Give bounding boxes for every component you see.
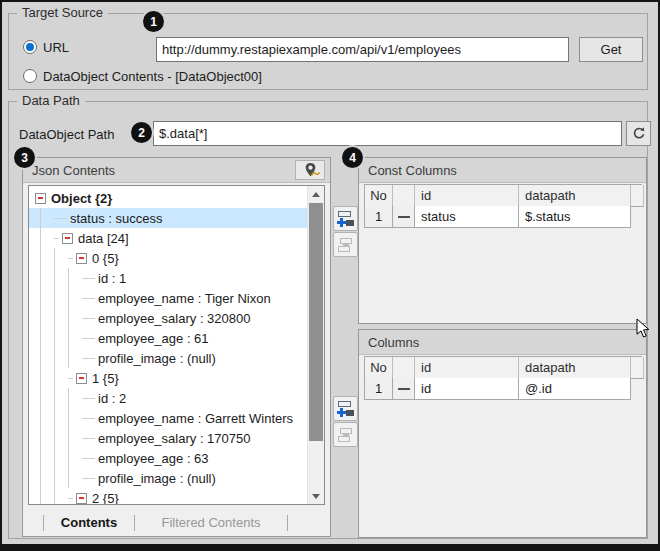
tree-scrollbar[interactable] bbox=[307, 186, 324, 504]
column-header-id: id bbox=[415, 185, 519, 207]
step-4-badge: 4 bbox=[342, 147, 363, 168]
add-const-column-button[interactable] bbox=[333, 206, 358, 231]
column-header-id: id bbox=[415, 357, 519, 379]
scrollbar-thumb[interactable] bbox=[309, 203, 323, 441]
columns-panel: Columns No id datapath 1 id @.id bbox=[358, 329, 647, 538]
row-grip-cell[interactable] bbox=[393, 378, 415, 400]
dataobject-contents-radio-label: DataObject Contents - [DataObject00] bbox=[43, 69, 262, 84]
column-header-datapath: datapath bbox=[519, 357, 631, 379]
tree-node-leaf[interactable]: employee_name : Tiger Nixon bbox=[29, 288, 307, 308]
scroll-up-icon[interactable] bbox=[308, 186, 324, 202]
tree-node-item1[interactable]: 1 {5} bbox=[29, 368, 307, 388]
copy-row-icon bbox=[337, 427, 354, 443]
tree-node-leaf[interactable]: employee_age : 61 bbox=[29, 328, 307, 348]
json-tree: Object {2} status : success data [24] 0 … bbox=[28, 185, 325, 505]
refresh-button[interactable] bbox=[626, 121, 651, 146]
jsonpath-pin-button[interactable] bbox=[295, 160, 325, 180]
jsonpath-accent-icon bbox=[311, 171, 320, 177]
tree-node-item0[interactable]: 0 {5} bbox=[29, 248, 307, 268]
copy-row-icon bbox=[337, 237, 354, 253]
url-radio[interactable] bbox=[23, 40, 37, 54]
dataobject-contents-radio[interactable] bbox=[23, 69, 37, 83]
tree-node-leaf[interactable]: employee_salary : 320800 bbox=[29, 308, 307, 328]
column-header-no: No bbox=[365, 357, 393, 379]
column-header-grip bbox=[393, 185, 415, 207]
step-2-badge: 2 bbox=[131, 122, 152, 143]
step-3-badge: 3 bbox=[14, 147, 35, 168]
tree-expander-icon[interactable] bbox=[76, 493, 87, 504]
columns-title: Columns bbox=[368, 335, 419, 350]
url-input[interactable] bbox=[156, 37, 569, 62]
copy-column-button bbox=[333, 422, 358, 447]
tree-node-leaf[interactable]: profile_image : (null) bbox=[29, 468, 307, 488]
copy-const-column-button bbox=[333, 232, 358, 257]
column-header-filler bbox=[631, 185, 644, 207]
id-cell[interactable]: status bbox=[415, 206, 519, 228]
const-columns-title: Const Columns bbox=[368, 163, 457, 178]
column-header-grip bbox=[393, 357, 415, 379]
dataobject-path-input[interactable] bbox=[153, 121, 622, 146]
column-header-datapath: datapath bbox=[519, 185, 631, 207]
row-number-cell: 1 bbox=[365, 378, 393, 400]
dataobject-path-label: DataObject Path bbox=[19, 127, 114, 142]
tree-node-leaf[interactable]: employee_name : Garrett Winters bbox=[29, 408, 307, 428]
row-number-cell: 1 bbox=[365, 206, 393, 228]
tree-node-status[interactable]: status : success bbox=[29, 208, 307, 228]
add-column-button[interactable] bbox=[333, 396, 358, 421]
row-grip-icon bbox=[398, 216, 410, 218]
column-header-filler bbox=[631, 357, 644, 379]
json-contents-title: Json Contents bbox=[32, 163, 115, 178]
row-grip-cell[interactable] bbox=[393, 206, 415, 228]
data-path-title: Data Path bbox=[17, 93, 85, 108]
json-tree-rows: Object {2} status : success data [24] 0 … bbox=[29, 188, 307, 504]
tree-node-leaf[interactable]: profile_image : (null) bbox=[29, 348, 307, 368]
datapath-cell[interactable]: $.status bbox=[519, 206, 631, 228]
table-row: 1 status $.status bbox=[364, 206, 631, 228]
tree-node-leaf[interactable]: id : 1 bbox=[29, 268, 307, 288]
scroll-down-icon[interactable] bbox=[308, 488, 324, 504]
add-row-icon bbox=[337, 401, 354, 417]
column-header-no: No bbox=[365, 185, 393, 207]
tree-expander-icon[interactable] bbox=[35, 193, 46, 204]
tree-expander-icon[interactable] bbox=[76, 373, 87, 384]
refresh-icon bbox=[631, 126, 646, 141]
const-columns-panel: Const Columns No id datapath 1 status $.… bbox=[358, 157, 647, 324]
tree-node-data[interactable]: data [24] bbox=[29, 228, 307, 248]
target-source-title: Target Source bbox=[17, 5, 108, 20]
const-columns-titlebar: Const Columns bbox=[359, 158, 646, 183]
datapath-cell[interactable]: @.id bbox=[519, 378, 631, 400]
columns-header: No id datapath bbox=[364, 356, 642, 379]
target-source-group: Target Source URL Get DataObject Content… bbox=[8, 13, 648, 90]
row-grip-icon bbox=[398, 388, 410, 390]
const-columns-header: No id datapath bbox=[364, 184, 642, 207]
id-cell[interactable]: id bbox=[415, 378, 519, 400]
get-button[interactable]: Get bbox=[579, 37, 643, 62]
tree-node-item2[interactable]: 2 {5} bbox=[29, 488, 307, 504]
mouse-cursor bbox=[636, 318, 651, 339]
tree-node-leaf[interactable]: id : 2 bbox=[29, 388, 307, 408]
tree-node-object[interactable]: Object {2} bbox=[29, 188, 307, 208]
tree-node-leaf[interactable]: employee_age : 63 bbox=[29, 448, 307, 468]
tree-expander-icon[interactable] bbox=[76, 253, 87, 264]
tree-expander-icon[interactable] bbox=[62, 233, 73, 244]
json-contents-panel: Json Contents Object {2} status : succes… bbox=[22, 157, 331, 537]
tab-contents[interactable]: Contents bbox=[44, 515, 134, 530]
data-source-dialog: Target Source URL Get DataObject Content… bbox=[0, 0, 660, 551]
url-radio-label: URL bbox=[43, 40, 69, 55]
step-1-badge: 1 bbox=[143, 11, 164, 32]
json-contents-tabbar: Contents Filtered Contents bbox=[23, 509, 330, 536]
json-contents-titlebar: Json Contents bbox=[23, 158, 330, 183]
columns-titlebar: Columns bbox=[359, 330, 646, 355]
tree-node-leaf[interactable]: employee_salary : 170750 bbox=[29, 428, 307, 448]
tab-filtered-contents[interactable]: Filtered Contents bbox=[135, 515, 287, 530]
table-row: 1 id @.id bbox=[364, 378, 631, 400]
add-row-icon bbox=[337, 211, 354, 227]
